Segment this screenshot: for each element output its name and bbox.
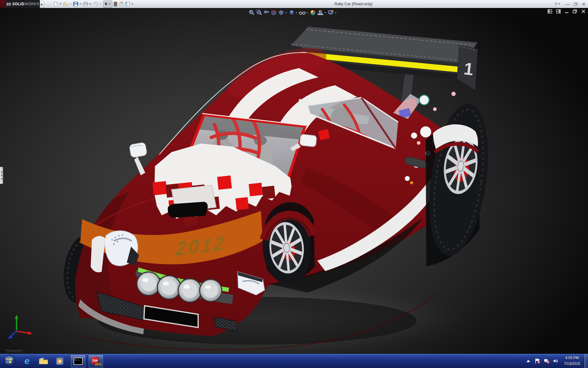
featuremanager-pane-toggle[interactable]	[548, 9, 552, 13]
internet-explorer-icon: e	[24, 356, 30, 366]
window-controls: ? ― ✕	[555, 0, 586, 8]
close-button[interactable]: ✕	[582, 2, 586, 6]
help-button[interactable]: ?	[555, 2, 557, 6]
new-dropdown-caret[interactable]	[59, 3, 61, 6]
title-bar: 3S SOLID WORKS ▶	[0, 0, 588, 8]
up-arrow-icon	[526, 360, 530, 362]
window-title: Rally Car [Read-only]	[334, 2, 372, 6]
options-dropdown-caret[interactable]	[131, 3, 133, 6]
save-dropdown-caret[interactable]	[79, 3, 81, 6]
action-center-button[interactable]	[535, 358, 540, 364]
taskbar-item-solidworks[interactable]: SW 2015	[88, 355, 104, 368]
dassault-3ds-logo: 3S	[6, 2, 11, 6]
document-close-button[interactable]	[581, 9, 586, 13]
new-document-button[interactable]	[53, 1, 59, 7]
y-axis-arrow	[15, 315, 18, 319]
zoom-to-area-button[interactable]	[255, 9, 263, 16]
document-minimize-button[interactable]	[565, 9, 569, 13]
start-button[interactable]	[3, 355, 15, 367]
open-folder-icon	[63, 2, 68, 6]
zoom-to-fit-icon	[249, 10, 255, 16]
show-hidden-icons-button[interactable]	[526, 358, 531, 364]
system-tray	[526, 354, 559, 368]
apply-scene-icon	[317, 10, 323, 16]
print-button[interactable]	[82, 1, 89, 7]
select-dropdown-caret[interactable]	[109, 3, 111, 6]
graphics-viewport[interactable]: 1	[0, 8, 588, 354]
save-button[interactable]	[73, 1, 79, 7]
volume-button[interactable]	[553, 358, 559, 364]
open-dropdown-caret[interactable]	[70, 3, 71, 6]
network-icon	[544, 358, 549, 364]
view-orientation-button[interactable]	[277, 9, 285, 16]
menu-expand-arrow[interactable]: ▶	[40, 1, 44, 8]
section-view-button[interactable]	[270, 9, 277, 16]
options-button[interactable]	[124, 1, 131, 7]
folder-icon	[39, 357, 48, 365]
show-desktop-button[interactable]	[584, 354, 588, 368]
file-properties-button[interactable]	[118, 1, 124, 7]
clock-time: 4:03 PM	[561, 355, 583, 361]
taskbar-clock[interactable]: 4:03 PM 7/13/2015	[561, 355, 583, 366]
speaker-icon	[553, 358, 559, 363]
hide-show-items-caret[interactable]	[307, 12, 308, 14]
document-window-controls	[548, 9, 586, 13]
previous-view-button[interactable]	[263, 9, 270, 16]
view-orientation-icon	[278, 10, 284, 16]
undo-button[interactable]	[92, 1, 99, 7]
command-prompt-icon: C:\_	[74, 358, 83, 365]
taskbar-item-windows-explorer[interactable]	[36, 355, 51, 367]
help-dropdown-caret[interactable]	[558, 3, 560, 6]
solidworks-logo: 3S SOLID WORKS	[6, 0, 40, 8]
flag-icon	[535, 358, 540, 364]
section-view-icon	[271, 10, 277, 16]
display-style-button[interactable]	[288, 9, 295, 16]
taskbar-item-internet-explorer[interactable]: e	[20, 355, 34, 367]
traffic-light-icon	[114, 2, 117, 7]
eyeglasses-icon	[299, 10, 306, 16]
open-document-button[interactable]	[62, 1, 69, 7]
media-player-icon	[55, 357, 65, 365]
taskbar-item-command-prompt[interactable]: C:\_	[70, 355, 86, 368]
display-style-caret[interactable]	[296, 12, 297, 14]
rebuild-button[interactable]	[113, 1, 118, 7]
apply-scene-caret[interactable]	[324, 12, 326, 14]
network-status-button[interactable]	[544, 358, 549, 364]
file-properties-icon	[119, 2, 124, 6]
taskbar-item-media-player[interactable]	[53, 355, 67, 367]
select-tool-button[interactable]	[103, 1, 112, 8]
windows-taskbar: e C:\_ SW 2015	[0, 354, 588, 368]
featuremanager-collapsed-tab[interactable]	[0, 167, 3, 184]
orientation-triad	[5, 313, 36, 341]
minimize-button[interactable]: ―	[566, 2, 570, 6]
main-toolbar	[53, 1, 134, 7]
document-restore-button[interactable]	[573, 9, 577, 13]
view-settings-button[interactable]	[327, 9, 334, 16]
printer-icon	[83, 2, 88, 6]
options-checklist-icon	[125, 2, 130, 6]
restore-button[interactable]	[574, 2, 577, 6]
print-dropdown-caret[interactable]	[89, 3, 91, 6]
headsup-view-toolbar	[248, 9, 337, 16]
zoom-to-fit-button[interactable]	[248, 9, 255, 16]
display-pane-toggle[interactable]	[556, 9, 561, 13]
apply-scene-button[interactable]	[317, 9, 324, 16]
new-document-icon	[53, 2, 58, 6]
appearance-sphere-icon	[310, 10, 316, 16]
collapse-arrow-icon	[0, 174, 2, 176]
edit-appearance-button[interactable]	[309, 9, 317, 16]
undo-arrow-icon	[93, 2, 98, 6]
collapse-arrow-icon	[0, 171, 2, 173]
undo-dropdown-caret[interactable]	[100, 3, 101, 6]
save-floppy-icon	[73, 2, 78, 6]
view-orientation-label: *Dimetric	[5, 348, 23, 353]
view-settings-caret[interactable]	[335, 12, 337, 14]
solidworks-2015-icon: SW 2015	[91, 357, 100, 366]
clock-date: 7/13/2015	[561, 361, 583, 367]
hide-show-items-button[interactable]	[298, 9, 306, 16]
view-settings-icon	[328, 10, 334, 16]
brand-accent-stripe	[0, 0, 6, 8]
rally-car-model-canvas[interactable]: 1	[0, 8, 588, 354]
view-orientation-caret[interactable]	[285, 12, 287, 14]
x-axis-arrow	[28, 331, 32, 335]
